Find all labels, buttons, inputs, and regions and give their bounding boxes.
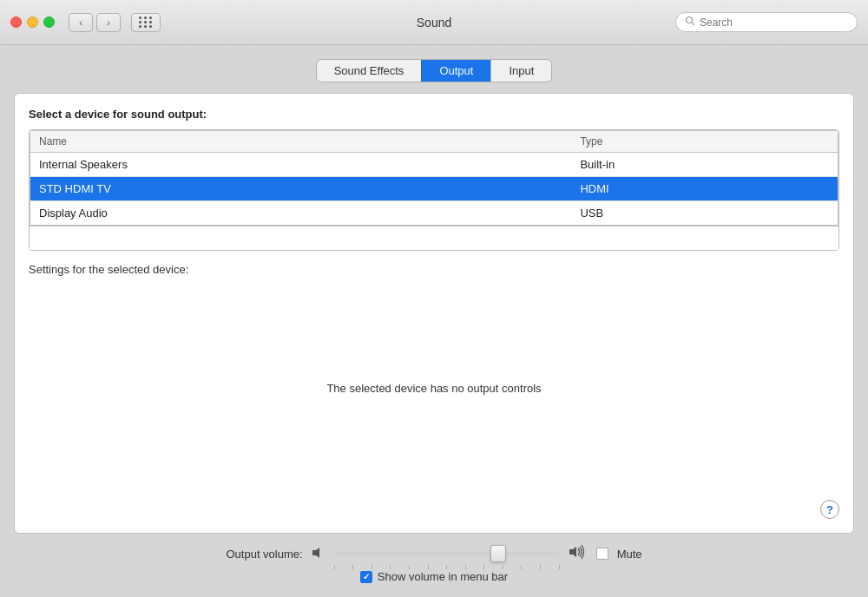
mute-checkbox[interactable] bbox=[596, 548, 608, 560]
volume-row: Output volume: bbox=[226, 544, 641, 563]
titlebar: ‹ › Sound bbox=[0, 0, 868, 45]
svg-marker-2 bbox=[312, 548, 319, 558]
window-title: Sound bbox=[417, 16, 451, 30]
traffic-lights bbox=[10, 16, 55, 28]
nav-buttons: ‹ › bbox=[69, 13, 121, 32]
back-button[interactable]: ‹ bbox=[69, 13, 93, 32]
search-input[interactable] bbox=[700, 16, 848, 29]
table-row[interactable]: Internal SpeakersBuilt-in bbox=[30, 153, 838, 177]
tab-sound-effects[interactable]: Sound Effects bbox=[317, 60, 422, 82]
tab-output[interactable]: Output bbox=[421, 60, 490, 82]
panel-heading: Select a device for sound output: bbox=[29, 108, 839, 121]
settings-label: Settings for the selected device: bbox=[29, 263, 839, 276]
volume-high-icon bbox=[569, 544, 588, 563]
device-table: Name Type Internal SpeakersBuilt-inSTD H… bbox=[30, 130, 838, 226]
no-controls-message: The selected device has no output contro… bbox=[29, 382, 839, 395]
table-header-row: Name Type bbox=[30, 131, 838, 153]
device-type-cell: HDMI bbox=[571, 177, 838, 201]
device-name-cell: STD HDMI TV bbox=[30, 177, 572, 201]
col-type-header: Type bbox=[571, 131, 838, 153]
tab-input[interactable]: Input bbox=[490, 60, 551, 82]
output-volume-slider[interactable] bbox=[334, 545, 560, 562]
slider-track bbox=[334, 552, 560, 555]
slider-thumb[interactable] bbox=[490, 545, 506, 562]
table-row[interactable]: Display AudioUSB bbox=[30, 201, 838, 226]
bottom-controls: Output volume: bbox=[226, 544, 641, 587]
show-volume-row: Show volume in menu bar bbox=[360, 570, 508, 583]
svg-marker-3 bbox=[569, 547, 576, 557]
svg-point-0 bbox=[687, 17, 693, 23]
col-name-header: Name bbox=[30, 131, 572, 153]
tab-control: Sound Effects Output Input bbox=[316, 59, 553, 82]
table-row[interactable]: STD HDMI TVHDMI bbox=[30, 177, 838, 201]
device-name-cell: Display Audio bbox=[30, 201, 572, 226]
slider-fill bbox=[334, 552, 503, 555]
no-controls-wrapper: The selected device has no output contro… bbox=[29, 276, 839, 500]
volume-label: Output volume: bbox=[226, 548, 302, 561]
device-name-cell: Internal Speakers bbox=[30, 153, 572, 177]
device-table-wrapper: Name Type Internal SpeakersBuilt-inSTD H… bbox=[29, 129, 839, 251]
search-box[interactable] bbox=[675, 12, 858, 32]
settings-section: Settings for the selected device: The se… bbox=[29, 259, 839, 519]
maximize-button[interactable] bbox=[43, 16, 55, 28]
forward-button[interactable]: › bbox=[96, 13, 121, 32]
table-footer-space bbox=[30, 226, 838, 250]
show-volume-checkbox[interactable] bbox=[360, 571, 372, 583]
content-panel: Select a device for sound output: Name T… bbox=[14, 93, 854, 534]
svg-line-1 bbox=[692, 23, 694, 25]
device-type-cell: Built-in bbox=[571, 153, 838, 177]
close-button[interactable] bbox=[10, 16, 22, 28]
show-volume-label: Show volume in menu bar bbox=[378, 570, 508, 583]
grid-button[interactable] bbox=[131, 13, 161, 32]
device-type-cell: USB bbox=[571, 201, 838, 226]
volume-low-icon bbox=[312, 546, 326, 562]
mute-label: Mute bbox=[617, 548, 642, 561]
minimize-button[interactable] bbox=[27, 16, 38, 28]
search-icon bbox=[685, 16, 695, 29]
main-content: Sound Effects Output Input Select a devi… bbox=[0, 45, 868, 597]
help-button[interactable]: ? bbox=[820, 500, 839, 519]
slider-ticks bbox=[334, 565, 560, 569]
grid-icon bbox=[139, 16, 153, 28]
